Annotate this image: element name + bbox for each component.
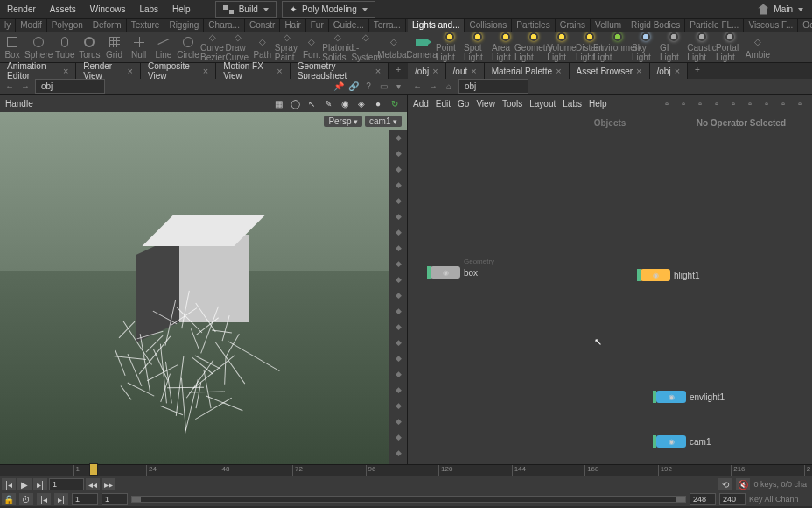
- bulb-icon[interactable]: ◆: [389, 224, 407, 240]
- forward-button[interactable]: →: [427, 81, 439, 93]
- pin-icon[interactable]: 📌: [332, 81, 345, 93]
- shelf-tool-portal-light[interactable]: Portal Light: [716, 32, 744, 62]
- shade-icon[interactable]: ◆: [389, 272, 407, 287]
- close-icon[interactable]: ×: [375, 66, 381, 76]
- cam-icon[interactable]: ◆: [389, 382, 407, 398]
- range-start-field[interactable]: 1: [72, 493, 98, 505]
- close-icon[interactable]: ×: [675, 66, 680, 76]
- shelf-tool-null[interactable]: Null: [127, 32, 151, 62]
- add-tab-button[interactable]: +: [688, 63, 707, 79]
- shelf-tab[interactable]: Rigid Bodies: [626, 19, 685, 32]
- list-icon[interactable]: ▫: [676, 96, 690, 110]
- align-icon[interactable]: ◆: [389, 366, 407, 382]
- wrench-icon[interactable]: ▫: [660, 96, 674, 110]
- lock-icon[interactable]: ◆: [389, 161, 407, 177]
- pane-tab[interactable]: Material Palette×: [485, 63, 570, 79]
- image-icon[interactable]: ▫: [760, 96, 774, 110]
- pane-tab[interactable]: Render View×: [76, 63, 141, 79]
- cursor-icon[interactable]: ↖: [304, 96, 318, 110]
- shelf-tool-tube[interactable]: Tube: [52, 32, 77, 62]
- pane-tab[interactable]: Animation Editor×: [0, 63, 76, 79]
- shelf-tool-torus[interactable]: Torus: [77, 32, 102, 62]
- shelf-tool-point-light[interactable]: Point Light: [436, 32, 464, 62]
- grid-icon[interactable]: ◆: [389, 145, 407, 161]
- shelf-tab[interactable]: Modif: [16, 19, 46, 32]
- snap-icon[interactable]: ◉: [338, 96, 352, 110]
- range-end-field[interactable]: 248: [690, 493, 716, 505]
- build-dropdown[interactable]: Build: [215, 1, 276, 18]
- flag-icon[interactable]: ▫: [776, 96, 790, 110]
- shade-icon[interactable]: ●: [371, 96, 385, 110]
- shelf-tool-draw-curve[interactable]: ◇Draw Curve: [225, 32, 249, 62]
- realtime-toggle[interactable]: ⟲: [718, 478, 732, 490]
- shelf-tool-curve-bezier[interactable]: ◇Curve Bezier: [200, 32, 225, 62]
- move-icon[interactable]: ◆: [389, 350, 407, 366]
- snap-icon[interactable]: ◆: [389, 193, 407, 208]
- shelf-tool-gi-light[interactable]: GI Light: [660, 32, 688, 62]
- play-button[interactable]: ▶: [18, 478, 32, 490]
- poly-dropdown[interactable]: ✦ Poly Modeling: [282, 1, 375, 18]
- shelf-tool-l-system[interactable]: ◇L-System: [352, 32, 380, 62]
- shelf-tool-geometry-light[interactable]: Geometry Light: [520, 32, 548, 62]
- shelf-tab[interactable]: Grains: [556, 19, 591, 32]
- envlight-icon[interactable]: ◆: [389, 240, 407, 256]
- lasso-icon[interactable]: ◯: [288, 96, 302, 110]
- shelf-tab[interactable]: Vellum: [591, 19, 626, 32]
- shelf-tool-caustic-light[interactable]: Caustic Light: [688, 32, 716, 62]
- shelf-tab[interactable]: Deform: [88, 19, 127, 32]
- close-icon[interactable]: ×: [636, 66, 641, 76]
- pane-tab[interactable]: Composite View×: [141, 63, 216, 79]
- shelf-tool-ambie[interactable]: ◇Ambie: [744, 32, 772, 62]
- close-icon[interactable]: ×: [63, 66, 68, 76]
- plane-icon[interactable]: ◆: [389, 429, 407, 445]
- pane-tab[interactable]: Asset Browser×: [570, 63, 650, 79]
- menu-assets[interactable]: Assets: [43, 1, 83, 18]
- shelf-tab[interactable]: ly: [0, 19, 16, 32]
- prev-key-button[interactable]: |◂: [37, 493, 51, 505]
- range-start2-field[interactable]: 1: [102, 493, 128, 505]
- node-cam1[interactable]: ◉cam1: [656, 435, 710, 448]
- range-track[interactable]: [131, 496, 686, 503]
- shelf-tool-circle[interactable]: Circle: [176, 32, 200, 62]
- palette-icon[interactable]: ▫: [743, 96, 757, 110]
- network-menu-go[interactable]: Go: [458, 99, 469, 109]
- network-menu-tools[interactable]: Tools: [502, 99, 522, 109]
- timeline-playhead[interactable]: [89, 463, 98, 476]
- wire-icon[interactable]: ◆: [389, 287, 407, 303]
- close-icon[interactable]: ×: [128, 66, 133, 76]
- link-icon[interactable]: 🔗: [347, 81, 360, 93]
- shelf-tool-spot-light[interactable]: Spot Light: [464, 32, 492, 62]
- range-start-handle[interactable]: [132, 497, 141, 502]
- back-button[interactable]: ←: [411, 81, 424, 93]
- persp-badge[interactable]: Persp ▾: [324, 116, 362, 127]
- pencil-icon[interactable]: ◆: [389, 319, 407, 335]
- shelf-tab[interactable]: Collisions: [465, 19, 512, 32]
- light-icon[interactable]: ◆: [389, 208, 407, 224]
- menu-help[interactable]: Help: [165, 1, 198, 18]
- shelf-tab[interactable]: Guide...: [329, 19, 369, 32]
- menu-labs[interactable]: Labs: [132, 1, 165, 18]
- shelf-tab[interactable]: Terra...: [369, 19, 406, 32]
- shelf-tab[interactable]: Polygon: [47, 19, 88, 32]
- house-icon[interactable]: ⌂: [443, 81, 455, 93]
- network-menu-help[interactable]: Help: [589, 99, 607, 109]
- shelf-tool-environment-light[interactable]: Environment Light: [604, 32, 632, 62]
- shelf-tab[interactable]: Chara...: [204, 19, 245, 32]
- close-icon[interactable]: ×: [556, 66, 561, 76]
- menu-render[interactable]: Render: [0, 1, 43, 18]
- diamond-icon[interactable]: ◆: [389, 413, 407, 429]
- shelf-tab[interactable]: Rigging: [164, 19, 204, 32]
- pane-tab[interactable]: Geometry Spreadsheet×: [290, 63, 389, 79]
- point-icon[interactable]: ◆: [389, 303, 407, 319]
- audio-toggle[interactable]: 🔇: [736, 478, 750, 490]
- menu-icon[interactable]: ▾: [392, 81, 404, 93]
- shelf-tab[interactable]: Fur: [306, 19, 329, 32]
- last-frame-button[interactable]: ▸|: [33, 478, 47, 490]
- shelf-tab[interactable]: Particle FL...: [685, 19, 744, 32]
- range-end-handle[interactable]: [676, 497, 685, 502]
- network-menu-edit[interactable]: Edit: [436, 99, 451, 109]
- network-menu-add[interactable]: Add: [413, 99, 429, 109]
- shelf-tab[interactable]: Viscous F...: [744, 19, 798, 32]
- shelf-tool-platonic-solids[interactable]: ◇Platonic Solids: [324, 32, 352, 62]
- maximize-icon[interactable]: ▭: [377, 81, 389, 93]
